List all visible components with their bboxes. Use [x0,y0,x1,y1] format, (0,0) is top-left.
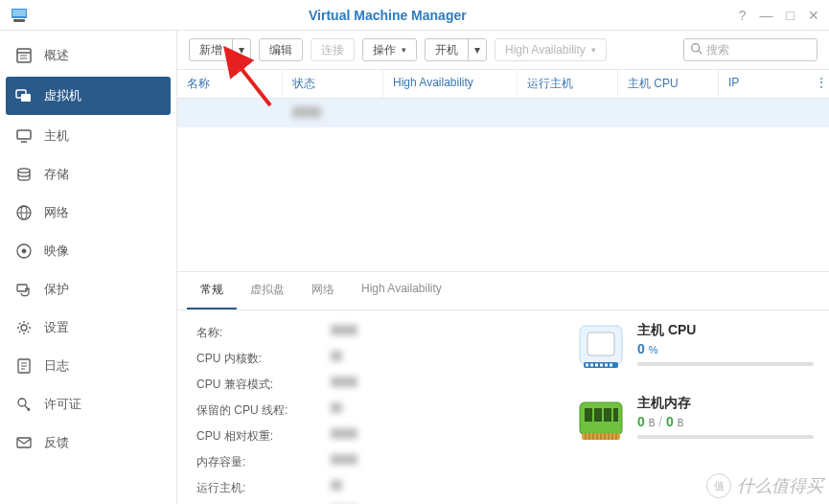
overview-icon [13,47,35,64]
sidebar-item-settings[interactable]: 设置 [0,309,176,347]
table-columns-menu[interactable]: ⋮ [806,70,829,98]
sidebar-item-overview[interactable]: 概述 [0,36,176,75]
detail-tabs: 常规 虚拟盘 网络 High Availability [177,272,829,310]
svg-rect-32 [595,364,598,367]
metric-cpu-title: 主机 CPU [637,322,814,339]
svg-rect-37 [585,408,592,422]
sidebar-item-feedback[interactable]: 反馈 [0,424,176,462]
sidebar-item-label: 存储 [44,166,69,183]
svg-rect-28 [587,332,614,355]
sidebar-item-host[interactable]: 主机 [0,117,176,155]
window-title: Virtual Machine Manager [36,8,739,23]
network-icon [13,204,35,221]
chevron-down-icon[interactable]: ▾ [469,39,486,60]
svg-rect-31 [590,364,593,367]
close-button[interactable]: ✕ [808,9,819,22]
chevron-down-icon[interactable]: ▾ [233,39,250,60]
svg-rect-34 [605,364,608,367]
svg-rect-38 [594,408,602,422]
maximize-button[interactable]: □ [787,9,794,22]
svg-rect-39 [604,408,611,422]
svg-rect-8 [21,94,31,102]
spec-row: 运行主机: [196,475,561,501]
svg-point-11 [18,169,30,172]
col-cpu[interactable]: 主机 CPU [618,70,719,98]
col-name[interactable]: 名称 [177,70,283,98]
connect-button[interactable]: 连接 [311,38,355,61]
settings-icon [13,319,35,336]
sidebar: 概述 虚拟机 主机 存储 网络 [0,31,177,504]
sidebar-item-license[interactable]: 许可证 [0,385,176,424]
table-row[interactable] [177,99,829,127]
metric-cpu-value: 0 % [637,341,814,356]
metric-mem-title: 主机内存 [637,395,814,412]
redacted-value [331,325,357,335]
table-header: 名称 状态 High Availability 运行主机 主机 CPU IP ⋮ [177,70,829,99]
redacted-value [331,454,357,465]
redacted-value [331,402,342,413]
metric-mem-value: 0 B / 0 B [637,414,814,429]
tab-vdisk[interactable]: 虚拟盘 [237,272,298,309]
spec-row: 名称: [196,320,561,346]
sidebar-item-vm[interactable]: 虚拟机 [6,77,171,115]
search-box[interactable] [683,38,817,61]
log-icon [13,357,35,375]
col-host[interactable]: 运行主机 [518,70,618,98]
ha-button[interactable]: High Availability▾ [495,38,607,61]
host-icon [13,127,35,145]
minimize-button[interactable]: — [760,9,773,22]
main-layout: 概述 虚拟机 主机 存储 网络 [0,31,829,504]
svg-rect-35 [610,364,612,367]
metric-memory: 主机内存 0 B / 0 B [576,395,814,445]
tab-general[interactable]: 常规 [187,272,237,309]
redacted-value [331,480,342,491]
metrics-panel: 主机 CPU 0 % [561,310,829,504]
power-button[interactable]: 开机 ▾ [425,38,487,61]
sidebar-item-label: 反馈 [44,434,69,451]
redacted-value [331,377,357,387]
redacted-value [292,106,321,118]
search-input[interactable] [706,43,811,57]
svg-rect-1 [12,10,26,16]
sidebar-item-image[interactable]: 映像 [0,232,176,270]
col-ip[interactable]: IP [719,70,806,98]
spec-row: 保留的 CPU 线程: [196,398,561,424]
svg-rect-2 [13,19,25,22]
edit-button[interactable]: 编辑 [259,38,303,61]
help-button[interactable]: ? [739,9,747,22]
spec-row: CPU 兼容模式: [196,372,561,398]
svg-point-16 [22,249,26,253]
chevron-down-icon: ▾ [402,45,406,55]
add-button[interactable]: 新增 ▾ [189,38,251,61]
vm-table: 名称 状态 High Availability 运行主机 主机 CPU IP ⋮ [177,70,829,271]
sidebar-item-storage[interactable]: 存储 [0,155,176,194]
redacted-value [331,428,357,439]
toolbar: 新增 ▾ 编辑 连接 操作▾ 开机 ▾ High Availability▾ [177,31,829,70]
table-empty-space [177,127,829,271]
tab-ha[interactable]: High Availability [348,272,455,309]
col-ha[interactable]: High Availability [383,70,518,98]
svg-rect-30 [586,364,588,367]
svg-rect-33 [600,364,603,367]
svg-rect-9 [17,130,31,139]
content-area: 新增 ▾ 编辑 连接 操作▾ 开机 ▾ High Availability▾ [177,31,829,504]
cpu-icon [576,322,626,372]
detail-panel: 常规 虚拟盘 网络 High Availability 名称: CPU 内核数:… [177,271,829,504]
spec-row: 内存容量: [196,449,561,475]
search-icon [690,42,702,57]
sidebar-item-log[interactable]: 日志 [0,347,176,385]
tab-network[interactable]: 网络 [298,272,348,309]
metric-cpu-bar [637,362,814,366]
svg-point-18 [21,325,27,331]
svg-point-25 [692,44,700,52]
sidebar-item-label: 主机 [44,127,69,145]
sidebar-item-label: 概述 [44,47,69,64]
spec-list: 名称: CPU 内核数: CPU 兼容模式: 保留的 CPU 线程: CPU 相… [177,310,561,504]
action-button[interactable]: 操作▾ [362,38,417,61]
col-status[interactable]: 状态 [283,70,383,98]
sidebar-item-label: 许可证 [44,396,81,413]
metric-mem-bar [637,435,814,439]
sidebar-item-network[interactable]: 网络 [0,194,176,232]
sidebar-item-protect[interactable]: 保护 [0,270,176,309]
memory-icon [576,395,626,445]
